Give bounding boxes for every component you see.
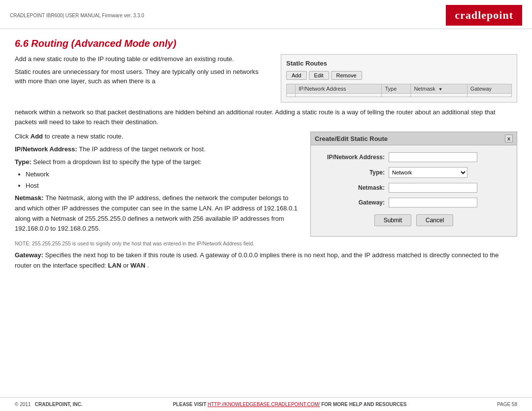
type-col-header: Type (382, 84, 411, 94)
footer-center-post: FOR MORE HELP AND RESOURCES (321, 402, 406, 407)
click-add-bold: Add (31, 133, 43, 140)
dialog-gateway-label: Gateway: (321, 199, 385, 206)
table-row (287, 94, 512, 97)
gateway-paragraph: Gateway: Specifies the next hop to be ta… (15, 250, 517, 271)
netmask-col-header: Netmask ▼ (411, 84, 467, 94)
gateway-period: . (147, 262, 149, 269)
click-add-rest: to create a new static route. (43, 133, 123, 140)
dialog-type-row: Type: Network Host (321, 167, 507, 178)
netmask-label: Netmask: (15, 194, 45, 202)
ip-description: IP/Network Address: The IP address of th… (15, 144, 299, 155)
gateway-or: or (123, 262, 131, 269)
click-add-pre: Click (15, 133, 31, 140)
netmask-description: Netmask: The Netmask, along with the IP … (15, 193, 299, 234)
dialog-ip-input[interactable] (389, 152, 477, 162)
intro-para3: network within a network so that packet … (15, 107, 517, 127)
static-routes-title: Static Routes (286, 60, 512, 67)
footer-link[interactable]: HTTP://KNOWLEDGEBASE.CRADLEPOINT.COM/ (208, 402, 320, 407)
intro-text: Add a new static route to the IP routing… (15, 54, 271, 103)
dialog-title: Create/Edit Static Route (315, 135, 388, 142)
dialog-type-label: Type: (321, 169, 385, 176)
checkbox-col-header (287, 84, 296, 94)
top-area: Add a new static route to the IP routing… (15, 54, 517, 103)
intro-para1: Add a new static route to the IP routing… (15, 54, 271, 64)
section-title: 6.6 Routing (Advanced Mode only) (15, 38, 517, 49)
dialog-ip-label: IP/Network Address: (321, 154, 385, 161)
type-host-item: Host (26, 181, 299, 191)
page-header: CRADLEPOINT IBR600| USER MANUAL Firmware… (0, 0, 532, 29)
footer-left: © 2011 CRADLEPOINT, INC. (15, 402, 82, 407)
type-description: Type: Select from a dropdown list to spe… (15, 157, 299, 168)
dialog-actions: Submit Cancel (321, 214, 507, 226)
main-content: 6.6 Routing (Advanced Mode only) Add a n… (0, 29, 532, 279)
edit-route-button[interactable]: Edit (309, 71, 329, 80)
ip-label: IP/Network Address: (15, 145, 79, 153)
dialog-titlebar: Create/Edit Static Route x (311, 132, 517, 145)
middle-text-col: Click Add to create a new static route. … (15, 132, 299, 237)
remove-route-button[interactable]: Remove (331, 71, 362, 80)
netmask-text: The Netmask, along with the IP address, … (15, 194, 298, 232)
dialog-cancel-button[interactable]: Cancel (416, 214, 453, 226)
header-subtitle: CRADLEPOINT IBR600| USER MANUAL Firmware… (10, 13, 144, 18)
gateway-lan: LAN (108, 262, 121, 269)
dialog-type-select-wrapper: Network Host (389, 167, 467, 178)
type-label: Type: (15, 158, 33, 166)
page-footer: © 2011 CRADLEPOINT, INC. PLEASE VISIT HT… (0, 397, 532, 411)
footer-center-pre: PLEASE VISIT (173, 402, 208, 407)
add-route-button[interactable]: Add (286, 71, 307, 80)
type-text: Select from a dropdown list to specify t… (33, 158, 201, 166)
type-network-item: Network (26, 170, 299, 180)
click-add-para: Click Add to create a new static route. (15, 132, 299, 142)
gateway-label: Gateway: (15, 251, 45, 259)
dialog-netmask-input[interactable] (389, 183, 477, 193)
dialog-close-button[interactable]: x (505, 135, 513, 142)
intro-para2: Static routes are unnecessary for most u… (15, 67, 271, 86)
ip-address-col-header: IP/Network Address (296, 84, 382, 94)
dialog-gateway-row: Gateway: (321, 198, 507, 207)
dialog-body: IP/Network Address: Type: Network Host (311, 145, 517, 233)
note-text: NOTE: 255.255.255.255 is used to signify… (15, 240, 517, 246)
dialog-ip-row: IP/Network Address: (321, 152, 507, 162)
panel-buttons: Add Edit Remove (286, 71, 512, 80)
middle-area: Click Add to create a new static route. … (15, 132, 517, 237)
footer-right: PAGE 58 (497, 402, 517, 407)
footer-center: PLEASE VISIT HTTP://KNOWLEDGEBASE.CRADLE… (173, 402, 407, 407)
dialog-submit-button[interactable]: Submit (374, 214, 411, 226)
routes-table: IP/Network Address Type Netmask ▼ Gatewa… (286, 84, 512, 97)
static-routes-panel: Static Routes Add Edit Remove IP/Network… (281, 54, 517, 103)
type-list: Network Host (26, 170, 299, 191)
gateway-col-header: Gateway (467, 84, 511, 94)
dialog-netmask-row: Netmask: (321, 183, 507, 193)
dialog-gateway-input[interactable] (389, 198, 477, 207)
gateway-text: Specifies the next hop to be taken if th… (15, 251, 499, 269)
ip-text: The IP address of the target network or … (79, 145, 205, 153)
create-edit-dialog: Create/Edit Static Route x IP/Network Ad… (310, 132, 517, 237)
dialog-type-select[interactable]: Network Host (389, 167, 467, 178)
gateway-wan: WAN (131, 262, 145, 269)
company-logo: cradlepoint (446, 5, 522, 26)
dialog-netmask-label: Netmask: (321, 184, 385, 191)
